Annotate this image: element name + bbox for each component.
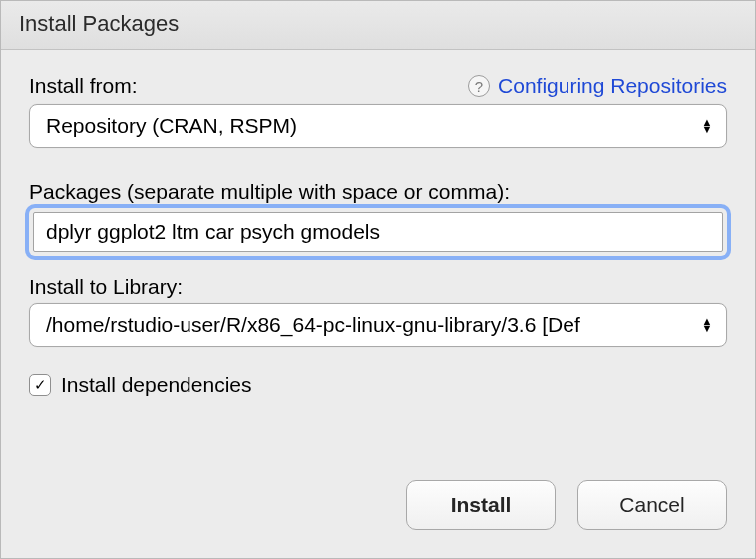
- install-dependencies-checkbox[interactable]: ✓: [29, 374, 51, 396]
- packages-input-focus-ring: [29, 208, 727, 256]
- help-icon: ?: [468, 75, 490, 97]
- library-select[interactable]: /home/rstudio-user/R/x86_64-pc-linux-gnu…: [29, 303, 727, 347]
- configuring-repositories-link[interactable]: ? Configuring Repositories: [468, 74, 727, 98]
- install-from-select[interactable]: Repository (CRAN, RSPM) ▲▼: [29, 104, 727, 148]
- help-link-text: Configuring Repositories: [498, 74, 727, 98]
- install-packages-dialog: Install Packages Install from: ? Configu…: [0, 0, 756, 559]
- install-from-value: Repository (CRAN, RSPM): [46, 114, 297, 138]
- install-button[interactable]: Install: [406, 480, 556, 530]
- library-label: Install to Library:: [29, 276, 727, 299]
- dialog-footer: Install Cancel: [1, 480, 755, 558]
- cancel-button[interactable]: Cancel: [577, 480, 727, 530]
- select-arrows-icon: ▲▼: [700, 318, 714, 332]
- install-dependencies-label: Install dependencies: [61, 373, 251, 397]
- library-value: /home/rstudio-user/R/x86_64-pc-linux-gnu…: [46, 313, 580, 337]
- dialog-content: Install from: ? Configuring Repositories…: [1, 50, 755, 480]
- install-from-label: Install from:: [29, 74, 138, 98]
- packages-label: Packages (separate multiple with space o…: [29, 180, 727, 204]
- dialog-title: Install Packages: [1, 1, 755, 50]
- install-dependencies-row[interactable]: ✓ Install dependencies: [29, 373, 727, 397]
- select-arrows-icon: ▲▼: [700, 119, 714, 133]
- packages-input[interactable]: [33, 212, 723, 252]
